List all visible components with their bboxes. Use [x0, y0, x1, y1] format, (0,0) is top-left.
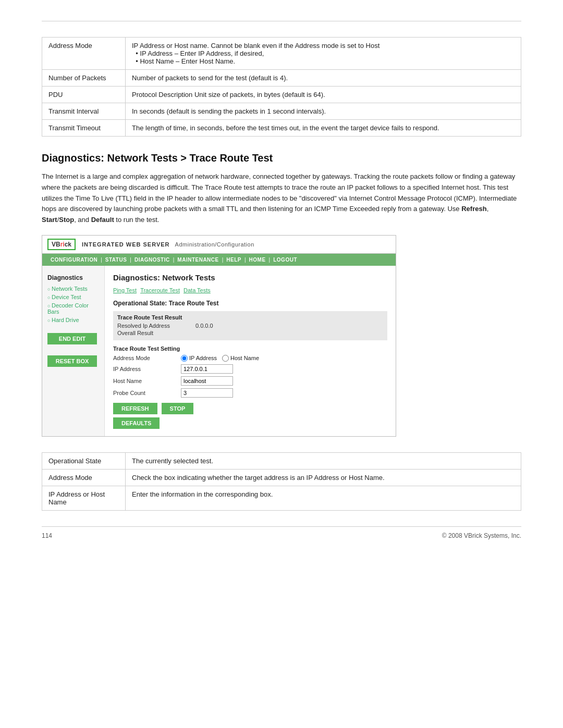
defaults-btn-row: DEFAULTS: [113, 417, 387, 429]
body-bold-refresh: Refresh: [461, 205, 486, 213]
body-bold-default: Default: [91, 216, 114, 224]
result-row-ip: Resolved Ip Address 0.0.0.0: [117, 323, 383, 329]
vbrick-logo: VBrick: [47, 239, 76, 250]
top-divider: [42, 21, 521, 21]
row-value: Check the box indicating whether the tar…: [126, 469, 521, 486]
tab-ping-test[interactable]: Ping Test: [113, 287, 137, 293]
row-value: IP Address or Host name. Cannot be blank…: [126, 38, 521, 70]
tab-traceroute-test[interactable]: Traceroute Test: [140, 287, 180, 293]
body-bold-start: Start: [42, 216, 57, 224]
screenshot-box: VBrick INTEGRATED WEB SERVER Administrat…: [42, 235, 396, 437]
sidebar: Diagnostics Network Tests Device Test De…: [42, 266, 105, 436]
setting-row-probe-count: Probe Count: [113, 388, 387, 398]
nav-configuration[interactable]: CONFIGURATION: [47, 256, 101, 264]
result-row-overall: Overall Result: [117, 330, 383, 336]
row-value: Protocol Description Unit size of packet…: [126, 87, 521, 103]
result-section: Trace Route Test Result Resolved Ip Addr…: [113, 311, 387, 340]
tab-bar: Ping Test Traceroute Test Data Tests: [113, 287, 387, 293]
sidebar-item-hard-drive[interactable]: Hard Drive: [47, 317, 99, 323]
body-bold-stop: Stop: [59, 216, 74, 224]
row-label: IP Address or Host Name: [42, 486, 126, 510]
row-value: In seconds (default is sending the packe…: [126, 103, 521, 120]
table-row: Address Mode IP Address or Host name. Ca…: [42, 38, 521, 70]
reset-box-button[interactable]: RESET Box: [47, 355, 97, 367]
setting-label-ip: IP Address: [113, 366, 181, 372]
tab-data-tests[interactable]: Data Tests: [183, 287, 211, 293]
result-key-ip: Resolved Ip Address: [117, 323, 185, 329]
row-label: Transmit Interval: [42, 103, 126, 120]
setting-section: Trace Route Test Setting Address Mode IP…: [113, 346, 387, 398]
row-value: The length of time, in seconds, before t…: [126, 120, 521, 137]
probe-count-input[interactable]: [181, 388, 233, 398]
section-heading: Diagnostics: Network Tests > Trace Route…: [42, 152, 521, 164]
header-title: INTEGRATED WEB SERVER: [82, 241, 170, 248]
result-key-overall: Overall Result: [117, 330, 185, 336]
main-panel: Diagnostics: Network Tests Ping Test Tra…: [105, 266, 396, 436]
table-row: PDU Protocol Description Unit size of pa…: [42, 87, 521, 103]
vbrick-header: VBrick INTEGRATED WEB SERVER Administrat…: [42, 236, 396, 254]
setting-label-host: Host Name: [113, 378, 181, 384]
table-row: Transmit Timeout The length of time, in …: [42, 120, 521, 137]
row-value: The currently selected test.: [126, 452, 521, 469]
sidebar-item-network-tests[interactable]: Network Tests: [47, 286, 99, 292]
footer-page: 114: [42, 532, 52, 539]
action-btn-row: REFRESH STOP: [113, 403, 387, 414]
footer-copyright: © 2008 VBrick Systems, Inc.: [442, 532, 521, 539]
op-state-label: Operational State: Trace Route Test: [113, 300, 387, 307]
row-label: Address Mode: [42, 469, 126, 486]
radio-ip-address[interactable]: [181, 355, 188, 362]
refresh-button[interactable]: REFRESH: [113, 403, 157, 414]
section-body: The Internet is a large and complex aggr…: [42, 171, 521, 226]
stop-button[interactable]: STOP: [162, 403, 194, 414]
result-val-ip: 0.0.0.0: [195, 323, 213, 329]
footer: 114 © 2008 VBrick Systems, Inc.: [42, 526, 521, 539]
bottom-info-table: Operational State The currently selected…: [42, 452, 521, 511]
ip-address-input[interactable]: [181, 364, 233, 374]
row-value: Enter the information in the correspondi…: [126, 486, 521, 510]
logo-accent: ri: [60, 241, 65, 248]
defaults-button[interactable]: DEFAULTS: [113, 417, 160, 429]
nav-home[interactable]: HOME: [246, 256, 269, 264]
header-subtitle: Administration/Configuration: [175, 241, 254, 248]
result-title: Trace Route Test Result: [117, 314, 383, 320]
row-value: Number of packets to send for the test (…: [126, 70, 521, 87]
setting-label-probe: Probe Count: [113, 390, 181, 396]
setting-label-address-mode: Address Mode: [113, 355, 181, 361]
sidebar-title: Diagnostics: [47, 274, 99, 281]
setting-row-address-mode: Address Mode IP Address Host Name: [113, 355, 387, 362]
setting-row-host-name: Host Name: [113, 376, 387, 386]
radio-host-name[interactable]: [222, 355, 229, 362]
nav-bar: CONFIGURATION | STATUS | DIAGNOSTIC | MA…: [42, 254, 396, 266]
radio-label-ip[interactable]: IP Address: [181, 355, 217, 362]
nav-status[interactable]: STATUS: [102, 256, 130, 264]
sidebar-item-decoder-color-bars[interactable]: Decoder Color Bars: [47, 302, 99, 315]
row-label: Number of Packets: [42, 70, 126, 87]
table-row: Number of Packets Number of packets to s…: [42, 70, 521, 87]
nav-maintenance[interactable]: MAINTENANCE: [174, 256, 222, 264]
sidebar-item-device-test[interactable]: Device Test: [47, 294, 99, 300]
table-row: Address Mode Check the box indicating wh…: [42, 469, 521, 486]
top-info-table: Address Mode IP Address or Host name. Ca…: [42, 37, 521, 137]
end-edit-button[interactable]: END EDIT: [47, 333, 97, 344]
radio-group-address-mode: IP Address Host Name: [181, 355, 259, 362]
screenshot-content: Diagnostics Network Tests Device Test De…: [42, 266, 396, 436]
setting-row-ip-address: IP Address: [113, 364, 387, 374]
table-row: Transmit Interval In seconds (default is…: [42, 103, 521, 120]
row-label: PDU: [42, 87, 126, 103]
radio-label-host[interactable]: Host Name: [222, 355, 259, 362]
vbrick-title: INTEGRATED WEB SERVER Administration/Con…: [82, 241, 254, 248]
main-title: Diagnostics: Network Tests: [113, 273, 387, 282]
host-name-input[interactable]: [181, 376, 233, 386]
table-row: Operational State The currently selected…: [42, 452, 521, 469]
setting-title: Trace Route Test Setting: [113, 346, 387, 352]
table-row: IP Address or Host Name Enter the inform…: [42, 486, 521, 510]
nav-diagnostic[interactable]: DIAGNOSTIC: [131, 256, 173, 264]
nav-logout[interactable]: LOGOUT: [270, 256, 300, 264]
row-label: Transmit Timeout: [42, 120, 126, 137]
nav-help[interactable]: HELP: [223, 256, 244, 264]
row-label: Operational State: [42, 452, 126, 469]
row-label: Address Mode: [42, 38, 126, 70]
